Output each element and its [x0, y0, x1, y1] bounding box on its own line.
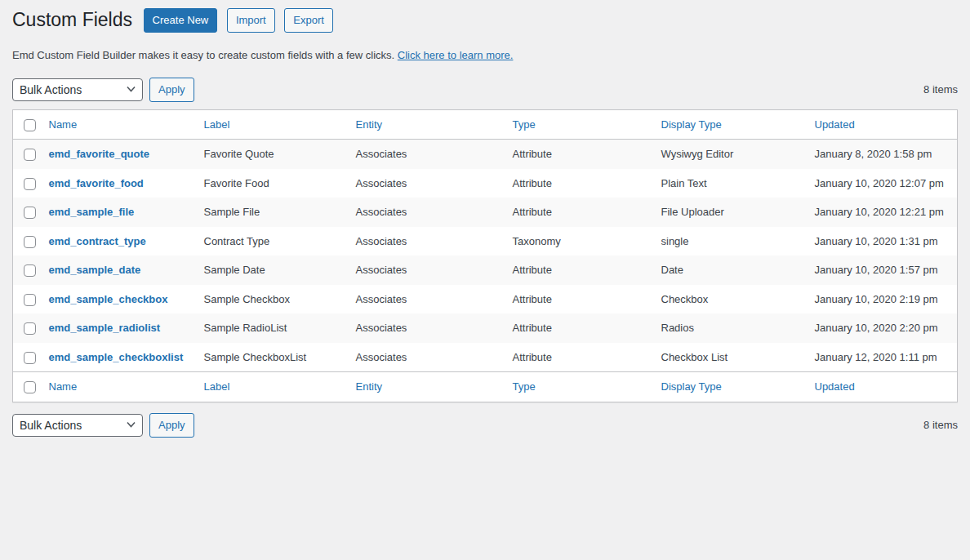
cell-entity: Associates	[353, 140, 509, 169]
table-row: emd_sample_checkbox Sample Checkbox Asso…	[13, 285, 958, 314]
cell-type: Taxonomy	[509, 227, 658, 256]
cell-label: Sample Checkbox	[201, 285, 353, 314]
field-name-link[interactable]: emd_sample_checkboxlist	[49, 351, 184, 363]
cell-type: Attribute	[509, 313, 658, 343]
bulk-actions-select-wrap: Bulk Actions	[12, 78, 143, 101]
row-checkbox[interactable]	[24, 264, 36, 277]
cell-entity: Associates	[353, 227, 509, 256]
column-footer-type[interactable]: Type	[513, 380, 536, 393]
create-new-button[interactable]: Create New	[144, 8, 218, 33]
cell-label: Contract Type	[201, 227, 353, 256]
items-count-bottom: 8 items	[923, 419, 958, 431]
table-body: emd_favorite_quote Favorite Quote Associ…	[13, 140, 958, 372]
apply-button[interactable]: Apply	[149, 78, 194, 102]
select-all-checkbox[interactable]	[24, 119, 36, 131]
cell-label: Favorite Quote	[201, 140, 353, 169]
cell-label: Sample RadioList	[201, 313, 353, 343]
table-row: emd_sample_radiolist Sample RadioList As…	[13, 313, 958, 343]
cell-entity: Associates	[353, 313, 509, 343]
cell-display-type: Checkbox List	[658, 343, 812, 372]
cell-label: Sample File	[201, 198, 353, 227]
plugin-description: Emd Custom Field Builder makes it easy t…	[12, 49, 958, 61]
cell-display-type: Plain Text	[658, 169, 812, 198]
field-name-link[interactable]: emd_sample_checkbox	[49, 293, 168, 305]
row-checkbox[interactable]	[24, 236, 36, 248]
column-footer-display-type[interactable]: Display Type	[661, 380, 722, 393]
page-header: Custom Fields Create New Import Export	[12, 6, 958, 36]
table-row: emd_sample_date Sample Date Associates A…	[13, 256, 958, 285]
cell-updated: January 10, 2020 1:57 pm	[812, 256, 958, 285]
bulk-actions-select[interactable]: Bulk Actions	[12, 78, 143, 101]
field-name-link[interactable]: emd_sample_radiolist	[49, 322, 161, 334]
table-row: emd_favorite_food Favorite Food Associat…	[13, 169, 958, 198]
column-header-label[interactable]: Label	[204, 118, 230, 131]
row-checkbox[interactable]	[24, 352, 36, 364]
cell-display-type: File Uploader	[658, 198, 812, 227]
cell-type: Attribute	[509, 169, 658, 198]
row-checkbox[interactable]	[24, 294, 36, 306]
cell-label: Favorite Food	[201, 169, 353, 198]
table-row: emd_sample_checkboxlist Sample CheckboxL…	[13, 343, 958, 372]
bulk-actions-select-wrap-bottom: Bulk Actions	[12, 414, 143, 437]
tablenav-bottom: Bulk Actions Apply 8 items	[12, 413, 958, 438]
column-footer-updated[interactable]: Updated	[815, 380, 855, 393]
cell-updated: January 10, 2020 12:21 pm	[812, 198, 958, 227]
row-checkbox[interactable]	[24, 149, 36, 161]
cell-updated: January 10, 2020 2:19 pm	[812, 285, 958, 314]
cell-type: Attribute	[509, 256, 658, 285]
header-row: Name Label Entity Type Display Type Upda…	[13, 109, 958, 140]
cell-updated: January 8, 2020 1:58 pm	[812, 140, 958, 169]
field-name-link[interactable]: emd_sample_date	[49, 264, 141, 276]
table-row: emd_sample_file Sample File Associates A…	[13, 198, 958, 227]
custom-fields-table: Name Label Entity Type Display Type Upda…	[12, 109, 958, 402]
row-checkbox[interactable]	[24, 178, 36, 190]
table-foot: Name Label Entity Type Display Type Upda…	[13, 372, 958, 402]
cell-entity: Associates	[353, 285, 509, 314]
column-header-entity[interactable]: Entity	[356, 118, 383, 131]
cell-display-type: Radios	[658, 313, 812, 343]
tablenav-top: Bulk Actions Apply 8 items	[12, 78, 958, 102]
select-all-checkbox-bottom[interactable]	[24, 381, 36, 393]
column-header-type[interactable]: Type	[513, 118, 536, 131]
table-row: emd_favorite_quote Favorite Quote Associ…	[13, 140, 958, 169]
apply-button-bottom[interactable]: Apply	[149, 413, 194, 438]
field-name-link[interactable]: emd_contract_type	[49, 235, 146, 247]
cell-display-type: Checkbox	[658, 285, 812, 314]
cell-display-type: Wysiwyg Editor	[658, 140, 812, 169]
column-footer-entity[interactable]: Entity	[356, 380, 383, 393]
column-footer-label[interactable]: Label	[204, 380, 230, 393]
bulk-actions-select-bottom[interactable]: Bulk Actions	[12, 414, 143, 437]
items-count: 8 items	[923, 83, 958, 96]
cell-entity: Associates	[353, 343, 509, 372]
field-name-link[interactable]: emd_favorite_quote	[49, 148, 150, 160]
cell-entity: Associates	[353, 169, 509, 198]
table-row: emd_contract_type Contract Type Associat…	[13, 227, 958, 256]
field-name-link[interactable]: emd_favorite_food	[49, 177, 144, 189]
admin-content: Custom Fields Create New Import Export E…	[0, 6, 970, 438]
cell-label: Sample CheckboxList	[201, 343, 353, 372]
cell-type: Attribute	[509, 343, 658, 372]
cell-entity: Associates	[353, 198, 509, 227]
export-button[interactable]: Export	[284, 8, 333, 33]
description-text: Emd Custom Field Builder makes it easy t…	[12, 49, 394, 61]
column-header-name[interactable]: Name	[49, 118, 78, 131]
column-header-display-type[interactable]: Display Type	[661, 118, 722, 131]
cell-label: Sample Date	[201, 256, 353, 285]
cell-updated: January 10, 2020 2:20 pm	[812, 313, 958, 343]
import-button[interactable]: Import	[227, 8, 275, 33]
cell-entity: Associates	[353, 256, 509, 285]
cell-updated: January 12, 2020 1:11 pm	[812, 343, 958, 372]
field-name-link[interactable]: emd_sample_file	[49, 206, 135, 218]
cell-type: Attribute	[509, 285, 658, 314]
cell-type: Attribute	[509, 140, 658, 169]
learn-more-link[interactable]: Click here to learn more.	[398, 49, 514, 61]
cell-updated: January 10, 2020 1:31 pm	[812, 227, 958, 256]
cell-updated: January 10, 2020 12:07 pm	[812, 169, 958, 198]
column-footer-name[interactable]: Name	[49, 380, 78, 393]
row-checkbox[interactable]	[24, 322, 36, 335]
page-title: Custom Fields	[12, 6, 132, 36]
column-header-updated[interactable]: Updated	[815, 118, 855, 131]
row-checkbox[interactable]	[24, 207, 36, 219]
table-head: Name Label Entity Type Display Type Upda…	[13, 109, 958, 140]
cell-display-type: Date	[658, 256, 812, 285]
